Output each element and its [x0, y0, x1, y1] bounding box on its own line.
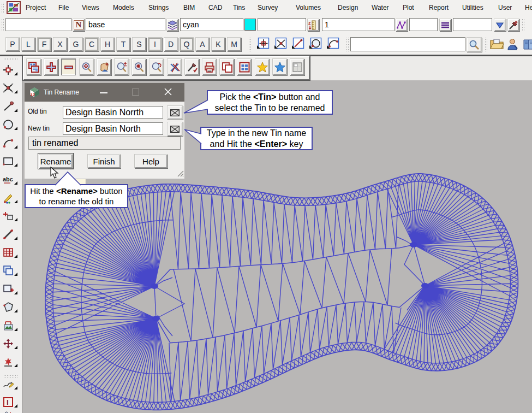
- svg-text:12: 12: [31, 92, 35, 97]
